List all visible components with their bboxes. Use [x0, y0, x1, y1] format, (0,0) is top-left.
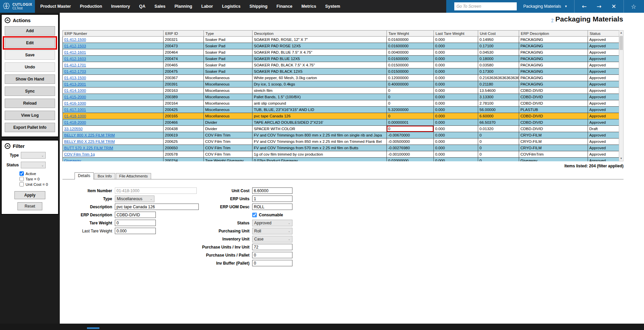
collapse-actions-icon[interactable]	[5, 17, 10, 23]
column-header-unit-cost[interactable]: Unit Cost	[478, 31, 519, 37]
grid-row[interactable]: COV Film Trim 1g200578COV Film Trim1g of…	[63, 151, 619, 158]
purchase-units-pallet-field[interactable]	[252, 252, 292, 258]
edit-button[interactable]: Edit	[5, 38, 55, 48]
purchase-units-inv-unit-field[interactable]	[252, 244, 292, 250]
grid-row[interactable]: BUTT 570 X 225 FILM TRIM200650COV Film T…	[63, 145, 619, 151]
add-button[interactable]: Add	[5, 26, 55, 36]
column-header-erp-description[interactable]: ERP Description	[519, 31, 588, 37]
grid-row[interactable]: 01-412-1603200474Soaker PadSOAKER PAD BL…	[63, 56, 619, 62]
erp-number-link[interactable]: 01-418-2000	[64, 120, 86, 124]
menu-item-qa[interactable]: QA	[139, 4, 145, 9]
reload-button[interactable]: Reload	[5, 99, 55, 108]
grid-row[interactable]: 01-412-1703200475Soaker PadSOAKER PAD BL…	[63, 68, 619, 75]
erp-number-link[interactable]: 01-413-2001	[64, 82, 86, 86]
grid-row[interactable]: 01-412-1701200465Soaker PadSOAKER PAD, B…	[63, 62, 619, 68]
app-logo[interactable]: CUTLOGIX CLTest	[0, 0, 35, 13]
erp-number-link[interactable]: 01-417-1001	[64, 108, 86, 112]
screen-selector[interactable]: Packaging Materials ▼	[521, 4, 569, 9]
export-pallet-info-button[interactable]: Export Pallet Info	[5, 123, 55, 132]
goto-screen-input[interactable]	[454, 2, 517, 10]
grid-row[interactable]: 01-414-1000200163Miscellaneousstretch fi…	[63, 88, 619, 94]
unit-cost-field[interactable]	[252, 187, 292, 194]
scroll-down-icon[interactable]: ▼	[620, 156, 623, 161]
column-header-status[interactable]: Status	[588, 31, 619, 37]
erp-number-link[interactable]: 01-413-1500	[64, 76, 86, 80]
menu-item-production[interactable]: Production	[80, 4, 102, 9]
menu-item-metrics[interactable]: Metrics	[302, 4, 316, 9]
erp-number-link[interactable]: 01-415-2000	[64, 95, 86, 99]
erp-number-link[interactable]: BUTT 570 X 225 FILM TRIM	[64, 146, 113, 150]
erp-number-link[interactable]: Giveaway	[64, 159, 81, 161]
grid-row[interactable]: 33-120550200438DividerSPACER WITH COLOR0…	[63, 126, 619, 132]
menu-item-product-master[interactable]: Product Master	[40, 4, 71, 9]
grid-row[interactable]: 01-416-1000200164Miscellaneousanti slip …	[63, 100, 619, 107]
erp-number-link[interactable]: 01-416-1000	[64, 101, 86, 105]
menu-item-logistics[interactable]: Logistics	[222, 4, 240, 9]
erp-number-link[interactable]: 01-418-1000	[64, 114, 86, 118]
erp-number-link[interactable]: 33-120550	[64, 127, 83, 131]
erp-number-link[interactable]: 01-412-1601	[64, 50, 86, 54]
menu-item-labor[interactable]: Labor	[201, 4, 213, 9]
undo-button[interactable]: Undo	[5, 62, 55, 72]
view-log-button[interactable]: View Log	[5, 111, 55, 120]
filter-status-select[interactable]: ⌄	[21, 162, 46, 168]
erp-number-link[interactable]: 01-412-1701	[64, 63, 86, 67]
tare-weight-field[interactable]	[115, 220, 156, 226]
filter-type-select[interactable]: ⌄	[21, 152, 46, 159]
erp-units-field[interactable]	[252, 196, 292, 202]
grid-row[interactable]: 01-413-2001200391MiscellaneousDry ice, 1…	[63, 81, 619, 88]
erp-uom-desc-field[interactable]	[252, 204, 292, 210]
menu-item-system[interactable]: System	[325, 4, 340, 9]
erp-number-link[interactable]: COV Film Trim 1g	[64, 152, 95, 156]
sync-button[interactable]: Sync	[5, 87, 55, 96]
last-tare-weight-field[interactable]	[115, 228, 156, 234]
grid-row[interactable]: BELLY 850 X 225 FILM TRIM200625COV Film …	[63, 139, 619, 145]
erp-number-link[interactable]: 01-412-1503	[64, 44, 86, 48]
tab-file-attachments[interactable]: File Attachments	[116, 173, 151, 179]
erp-number-link[interactable]: 01-412-1603	[64, 57, 86, 61]
grid-row[interactable]: 01-417-1001200425MiscellaneousTUB, BLUE,…	[63, 107, 619, 113]
apply-button[interactable]: Apply	[14, 191, 45, 199]
erp-description-field[interactable]	[115, 212, 156, 218]
menu-item-shipping[interactable]: Shipping	[249, 4, 267, 9]
grid-row[interactable]: 01-412-1601200464Soaker PadSOAKER PAD, B…	[63, 49, 619, 56]
menu-item-planning[interactable]: Planning	[175, 4, 192, 9]
help-link[interactable]: ?	[551, 18, 553, 22]
inv-buffer-pallet-field[interactable]	[252, 260, 292, 266]
column-header-description[interactable]: Description	[252, 31, 387, 37]
column-header-type[interactable]: Type	[204, 31, 252, 37]
tab-details[interactable]: Details	[75, 172, 94, 179]
close-screen-button[interactable]: ✕	[609, 3, 619, 10]
back-button[interactable]: ←	[579, 3, 589, 10]
scroll-up-icon[interactable]: ▲	[620, 31, 623, 35]
favorite-star-icon[interactable]: ☆	[629, 3, 639, 10]
column-header-erp-id[interactable]: ERP ID	[164, 31, 204, 37]
scrollbar-thumb[interactable]	[619, 36, 623, 50]
erp-number-link[interactable]: 01-414-1000	[64, 89, 86, 93]
menu-item-finance[interactable]: Finance	[277, 4, 292, 9]
erp-number-link[interactable]: BELLY 850 X 225 FILM TRIM	[64, 140, 115, 144]
grid-row[interactable]: Giveaway200234Tare Weight Giveaway0.02kg…	[63, 158, 619, 162]
collapse-filter-icon[interactable]	[5, 143, 10, 149]
column-header-erp-number[interactable]: ERP Number	[63, 31, 164, 37]
column-header-tare-weight[interactable]: Tare Weight	[387, 31, 434, 37]
tare-zero-checkbox[interactable]	[19, 177, 24, 181]
erp-number-link[interactable]: 01-412-1703	[64, 69, 86, 73]
grid-row[interactable]: 01-412-1503200473Soaker PadSOAKER PAD RO…	[63, 43, 619, 49]
grid-row[interactable]: 01-418-2000200466DividerTAPE ARCLAD DOUB…	[63, 119, 619, 126]
grid-row[interactable]: BELLY 800 X 225 FILM TRIM200619COV Film …	[63, 132, 619, 139]
unit-cost-zero-checkbox[interactable]	[19, 182, 24, 186]
grid-row[interactable]: 01-413-1500200367MiscellaneousWhite pepp…	[63, 75, 619, 81]
column-header-last-tare-weight[interactable]: Last Tare Weight	[434, 31, 478, 37]
reset-button[interactable]: Reset	[17, 202, 42, 210]
grid-scrollbar[interactable]: ▲ ▼	[619, 30, 624, 161]
erp-number-link[interactable]: 01-412-1500	[64, 38, 86, 42]
grid-row[interactable]: 01-415-2000200389MiscellaneousPallet Ban…	[63, 94, 619, 100]
save-button[interactable]: Save	[5, 50, 55, 60]
tab-box-info[interactable]: Box Info	[94, 173, 115, 179]
description-field[interactable]	[115, 204, 199, 210]
show-on-hand-button[interactable]: Show On Hand	[5, 74, 55, 84]
grid-row[interactable]: 01-418-1000200165Miscellaneouspvc tape C…	[63, 113, 619, 119]
forward-button[interactable]: →	[594, 3, 604, 10]
menu-item-inventory[interactable]: Inventory	[111, 4, 130, 9]
